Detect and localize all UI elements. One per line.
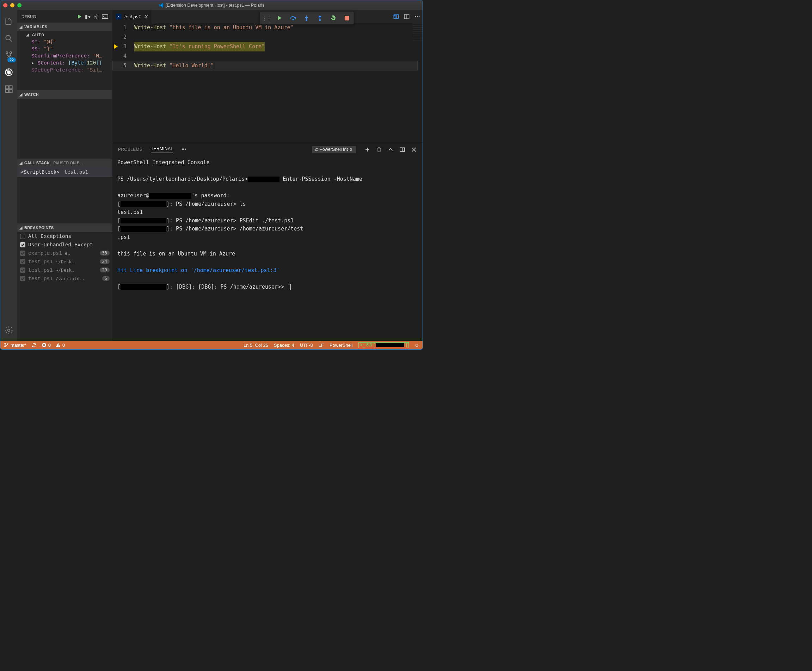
svg-rect-8 — [9, 90, 12, 93]
execution-pointer-icon — [114, 44, 118, 49]
variables-auto-group[interactable]: ◢ Auto — [17, 31, 112, 38]
window-controls — [3, 3, 22, 7]
checkbox-disabled[interactable] — [20, 250, 26, 256]
debug-icon[interactable] — [0, 65, 17, 80]
step-into-button[interactable] — [302, 13, 312, 23]
breakpoints-section-header[interactable]: ◢BREAKPOINTS — [17, 223, 112, 232]
feedback-icon[interactable]: ☺ — [414, 342, 419, 348]
svg-point-22 — [319, 19, 320, 20]
breakpoint-item[interactable]: test.ps1~/Desk…24 — [17, 257, 112, 266]
start-debug-button[interactable] — [77, 14, 82, 19]
svg-point-18 — [417, 16, 418, 17]
variable-item[interactable]: $^: "@{" — [17, 38, 112, 45]
search-icon[interactable] — [0, 31, 17, 46]
debug-header: DEBUG ▮▾ — [17, 10, 112, 22]
kill-terminal-icon[interactable] — [376, 146, 382, 153]
maximize-window[interactable] — [17, 3, 22, 7]
svg-point-0 — [6, 35, 10, 40]
close-window[interactable] — [3, 3, 7, 7]
tab-problems[interactable]: PROBLEMS — [118, 147, 142, 152]
code-editor[interactable]: 1 2 3 4 5 Write-Host "this file is on an… — [112, 23, 422, 143]
terminal-selector[interactable]: 2: PowerShell Int ⇳ — [312, 146, 356, 153]
restart-button[interactable] — [329, 13, 338, 23]
window-title: [Extension Development Host] - test.ps1 … — [166, 3, 265, 8]
panel-overflow-icon[interactable]: ••• — [182, 147, 186, 152]
svg-point-21 — [306, 19, 307, 20]
variable-item[interactable]: $ConfirmPreference: "H… — [17, 52, 112, 59]
svg-rect-6 — [5, 86, 9, 89]
explorer-icon[interactable] — [0, 14, 17, 29]
svg-point-1 — [6, 52, 8, 54]
maximize-panel-icon[interactable] — [388, 146, 394, 153]
sync-icon[interactable] — [31, 342, 37, 348]
checkbox-disabled[interactable] — [20, 259, 26, 264]
source-control-icon[interactable]: 22 — [0, 48, 17, 63]
settings-gear-icon[interactable] — [0, 322, 17, 338]
svg-point-2 — [10, 52, 12, 54]
compare-icon[interactable] — [393, 14, 399, 20]
checkbox-unchecked[interactable] — [20, 233, 26, 239]
minimize-window[interactable] — [10, 3, 14, 7]
eol[interactable]: LF — [318, 342, 324, 348]
cursor-position[interactable]: Ln 5, Col 26 — [243, 342, 268, 348]
indentation[interactable]: Spaces: 4 — [274, 342, 294, 348]
minimap[interactable] — [413, 23, 422, 41]
extensions-icon[interactable] — [0, 82, 17, 97]
svg-point-26 — [5, 346, 6, 347]
watch-section-header[interactable]: ◢WATCH — [17, 90, 112, 99]
breakpoint-item[interactable]: test.ps1/var/fold..5 — [17, 274, 112, 283]
new-terminal-icon[interactable] — [364, 146, 370, 153]
breakpoint-item[interactable]: test.ps1~/Desk…29 — [17, 266, 112, 274]
scm-badge: 22 — [7, 58, 16, 62]
stop-button[interactable] — [342, 13, 352, 23]
terminal-output[interactable]: PowerShell Integrated Console PS /Users/… — [112, 156, 422, 341]
debug-config-dropdown[interactable]: ▮▾ — [85, 14, 90, 19]
callstack-section-header[interactable]: ◢CALL STACKPAUSED ON B… — [17, 158, 112, 167]
variables-section-header[interactable]: ◢VARIABLES — [17, 22, 112, 31]
svg-point-17 — [415, 16, 416, 17]
svg-point-5 — [7, 71, 10, 74]
svg-rect-23 — [344, 16, 349, 20]
continue-button[interactable] — [275, 13, 285, 23]
svg-rect-7 — [5, 90, 9, 93]
debug-toolbar[interactable]: ⋮⋮ — [260, 12, 354, 24]
step-over-button[interactable] — [288, 13, 298, 23]
svg-rect-12 — [102, 14, 108, 18]
drag-handle-icon[interactable]: ⋮⋮ — [262, 15, 271, 21]
powershell-file-icon: >_ — [116, 14, 122, 19]
step-out-button[interactable] — [315, 13, 325, 23]
warnings-count[interactable]: 0 — [56, 342, 65, 348]
breakpoint-item[interactable]: example.ps1e…33 — [17, 249, 112, 257]
split-editor-icon[interactable] — [403, 14, 410, 20]
tab-test-ps1[interactable]: >_ test.ps1 ✕ — [112, 10, 152, 23]
debug-sidebar: DEBUG ▮▾ ◢VARIABLES ◢ Auto $^: "@{" $$: … — [17, 10, 112, 341]
more-actions-icon[interactable] — [414, 14, 420, 20]
svg-rect-14 — [397, 15, 398, 19]
variable-item[interactable]: ▸ $Content: [Byte[120]] — [17, 59, 112, 66]
status-bar: master* 0 0 Ln 5, Col 26 Spaces: 4 UTF-8… — [0, 341, 422, 349]
editor-area: >_ test.ps1 ✕ ⋮⋮ 1 2 — [112, 10, 422, 341]
close-tab-icon[interactable]: ✕ — [144, 14, 148, 19]
errors-count[interactable]: 0 — [42, 342, 51, 348]
git-branch[interactable]: master* — [4, 342, 26, 348]
vscode-icon — [158, 3, 163, 8]
debug-console-icon[interactable] — [102, 14, 108, 19]
svg-point-15 — [394, 15, 395, 16]
breakpoint-item[interactable]: All Exceptions — [17, 232, 112, 240]
encoding[interactable]: UTF-8 — [300, 342, 313, 348]
titlebar: [Extension Development Host] - test.ps1 … — [0, 0, 422, 10]
panel: PROBLEMS TERMINAL ••• 2: PowerShell Int … — [112, 143, 422, 341]
callstack-frame[interactable]: <ScriptBlock>test.ps1 — [17, 167, 112, 177]
checkbox-disabled[interactable] — [20, 267, 26, 273]
breakpoint-item[interactable]: User-Unhandled Except — [17, 240, 112, 249]
debug-settings-icon[interactable] — [94, 14, 99, 19]
variable-item[interactable]: $DebugPreference: "Sil… — [17, 66, 112, 73]
variable-item[interactable]: $$: "}" — [17, 45, 112, 52]
tab-terminal[interactable]: TERMINAL — [151, 146, 173, 153]
language-mode[interactable]: PowerShell — [330, 342, 353, 348]
checkbox-disabled[interactable] — [20, 276, 26, 281]
close-panel-icon[interactable] — [411, 146, 417, 153]
powershell-version[interactable]: >_ 6.0 [] — [358, 342, 409, 348]
checkbox-checked[interactable] — [20, 242, 26, 247]
split-terminal-icon[interactable] — [399, 146, 405, 153]
